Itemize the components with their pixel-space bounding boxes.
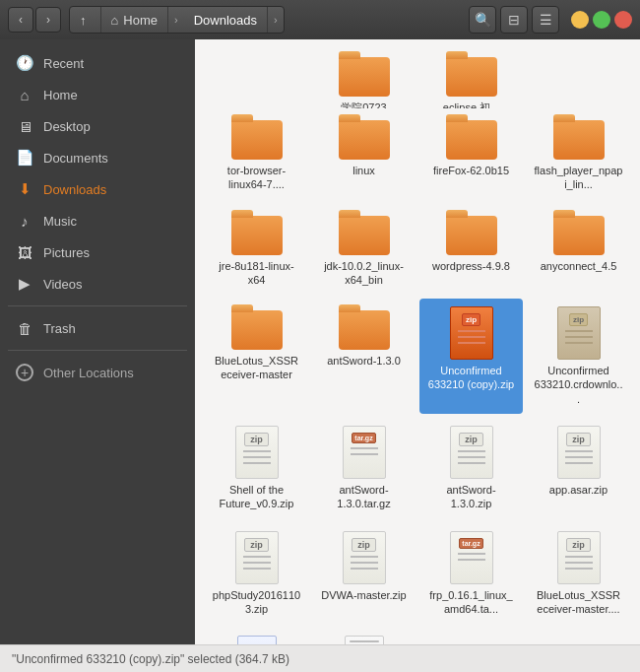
filename-app: app.asar.zip	[549, 483, 608, 497]
filename-unconfirmed2: Unconfirmed 633210.crdownlo...	[535, 364, 623, 406]
status-text: "Unconfirmed 633210 (copy).zip" selected…	[12, 652, 289, 666]
sidebar-separator-1	[8, 305, 187, 306]
targz-icon-antsword: tar.gz	[339, 426, 390, 479]
file-bluelotus2[interactable]: zip BlueLotus_XSSReceiver-master....	[527, 523, 630, 625]
close-button[interactable]	[614, 11, 632, 29]
folder-icon-flash	[553, 116, 605, 160]
window-controls	[571, 11, 632, 29]
sidebar-item-trash[interactable]: 🗑 Trash	[4, 313, 191, 343]
file-wordpress[interactable]: wordpress-4.9.8	[419, 204, 523, 296]
zip-icon-phpstudy: zip	[231, 531, 283, 584]
home-label: Home	[123, 13, 158, 28]
filename-xueyuan: 学院0723	[341, 101, 386, 108]
trash-icon: 🗑	[16, 319, 33, 337]
zip-icon-app: zip	[553, 426, 605, 479]
sidebar-item-desktop[interactable]: 🖥 Desktop	[4, 111, 191, 141]
pictures-icon: 🖼	[16, 243, 33, 261]
sidebar-item-home[interactable]: ⌂ Home	[4, 80, 191, 109]
sidebar-item-videos[interactable]: ▶ Videos	[4, 269, 191, 299]
home-icon: ⌂	[111, 13, 119, 28]
toolbar-actions: 🔍 ⊟ ☰	[469, 6, 559, 34]
filename-shell: Shell of the Future_v0.9.zip	[213, 483, 301, 511]
folder-icon-jdk	[339, 212, 390, 255]
file-linux[interactable]: linux	[312, 108, 416, 200]
sidebar-label-music: Music	[43, 214, 77, 229]
folder-icon-linux	[339, 116, 390, 160]
sidebar-label-documents: Documents	[43, 151, 108, 166]
filename-antsword-zip: antSword-1.3.0.zip	[427, 483, 516, 511]
forward-button[interactable]: ›	[35, 7, 61, 33]
file-jdk[interactable]: jdk-10.0.2_linux-x64_bin	[312, 204, 416, 296]
minimize-button[interactable]	[571, 11, 589, 29]
filename-jdk: jdk-10.0.2_linux-x64_bin	[320, 259, 409, 288]
file-unconfirmed2[interactable]: zip Unconfirmed 633210.crdownlo...	[527, 299, 630, 414]
filename-jre: jre-8u181-linux-x64	[213, 259, 301, 288]
sidebar-item-documents[interactable]: 📄 Documents	[4, 143, 191, 172]
file-flash[interactable]: flash_player_npapi_lin...	[527, 108, 630, 200]
textfile-icon	[343, 636, 386, 644]
file-shell[interactable]: zip Shell of the Future_v0.9.zip	[205, 418, 308, 519]
breadcrumb-current[interactable]: Downloads	[184, 7, 268, 33]
file-antsword-tar[interactable]: tar.gz antSword-1.3.0.tar.gz	[312, 418, 416, 519]
folder-icon-eclipse	[446, 57, 497, 97]
filename-anyconnect: anyconnect_4.5	[541, 259, 617, 273]
file-xueyuan[interactable]: 学院0723	[312, 49, 416, 108]
folder-icon-tor	[231, 116, 283, 160]
folder-icon-xueyuan	[339, 57, 390, 97]
breadcrumb-end-arrow: ›	[268, 7, 284, 33]
music-icon: ♪	[16, 212, 33, 230]
breadcrumb-up-button[interactable]: ↑	[70, 7, 101, 33]
targz-icon-frp: tar.gz	[446, 531, 497, 584]
sidebar-item-downloads[interactable]: ⬇ Downloads	[4, 174, 191, 204]
sidebar-label-pictures: Pictures	[43, 245, 90, 260]
zip-icon-unconfirmed2: zip	[553, 306, 605, 360]
maximize-button[interactable]	[593, 11, 610, 29]
file-textfile[interactable]	[312, 628, 416, 644]
folder-icon-wordpress	[446, 212, 497, 255]
filename-frp: frp_0.16.1_linux_amd64.ta...	[427, 588, 516, 617]
file-anyconnect[interactable]: anyconnect_4.5	[527, 204, 630, 296]
file-dvwa[interactable]: zip DVWA-master.zip	[312, 523, 416, 625]
zip-icon-bluelotus2: zip	[553, 531, 605, 584]
view-toggle-button[interactable]: ⊟	[500, 6, 528, 34]
breadcrumb-separator: ›	[168, 7, 184, 33]
breadcrumb-home[interactable]: ⌂ Home	[101, 7, 169, 33]
filename-dvwa: DVWA-master.zip	[321, 588, 406, 602]
filename-wordpress: wordpress-4.9.8	[432, 259, 510, 273]
sidebar-label-downloads: Downloads	[43, 182, 106, 197]
filename-unconfirmed1: Unconfirmed 633210 (copy).zip	[427, 364, 516, 392]
filename-eclipse: eclipse 初...	[443, 101, 499, 108]
filename-bluelotus2: BlueLotus_XSSReceiver-master....	[535, 588, 623, 617]
file-frp[interactable]: tar.gz frp_0.16.1_linux_amd64.ta...	[419, 523, 523, 625]
sidebar-item-music[interactable]: ♪ Music	[4, 206, 191, 235]
files-grid: tor-browser-linux64-7.... linux fireFox-…	[205, 108, 630, 644]
status-bar: "Unconfirmed 633210 (copy).zip" selected…	[0, 644, 640, 672]
menu-button[interactable]: ☰	[532, 6, 559, 34]
file-jre[interactable]: jre-8u181-linux-x64	[205, 204, 308, 296]
sidebar-add-other-locations[interactable]: + Other Locations	[4, 358, 191, 387]
zip-icon-dvwa: zip	[339, 531, 390, 584]
back-button[interactable]: ‹	[8, 7, 33, 33]
folder-icon-antsword1	[339, 306, 390, 350]
zip-icon-antsword-zip: zip	[446, 426, 497, 479]
sidebar-label-other-locations: Other Locations	[43, 366, 134, 380]
search-button[interactable]: 🔍	[469, 6, 496, 34]
file-phpstudy[interactable]: zip phpStudy20161103.zip	[205, 523, 308, 625]
file-eclipse[interactable]: eclipse 初...	[419, 49, 523, 108]
sidebar-label-home: Home	[43, 88, 78, 102]
partial-top-row: 学院0723 eclipse 初...	[205, 49, 630, 108]
file-ubuntu[interactable]: ⬇ ubuntu	[205, 628, 308, 644]
file-antsword-zip[interactable]: zip antSword-1.3.0.zip	[419, 418, 523, 519]
file-bluelotus[interactable]: BlueLotus_XSSReceiver-master	[205, 299, 308, 414]
zip-icon-unconfirmed1: zip	[446, 306, 497, 360]
file-tor[interactable]: tor-browser-linux64-7....	[205, 108, 308, 200]
file-antsword1[interactable]: antSword-1.3.0	[312, 299, 416, 414]
sidebar-item-recent[interactable]: 🕐 Recent	[4, 48, 191, 78]
sidebar-item-pictures[interactable]: 🖼 Pictures	[4, 237, 191, 267]
file-app[interactable]: zip app.asar.zip	[527, 418, 630, 519]
file-unconfirmed1[interactable]: zip Unconfirmed 633210 (copy).zip	[419, 299, 523, 414]
file-firefox[interactable]: fireFox-62.0b15	[419, 108, 523, 200]
sidebar-label-desktop: Desktop	[43, 119, 91, 134]
filename-linux: linux	[352, 164, 375, 177]
download-icon-ubuntu: ⬇	[235, 636, 279, 644]
